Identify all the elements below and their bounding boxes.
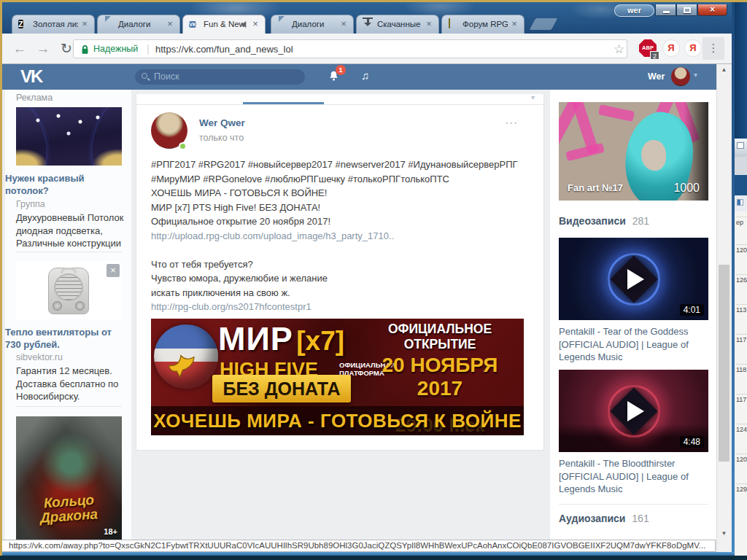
tab-label: Диалоги xyxy=(292,20,337,28)
video-thumbnail-2[interactable]: 4:48 xyxy=(559,370,708,452)
post-text-line: ХОЧЕШЬ МИРА - ГОТОВЬСЯ К ВОЙНЕ! xyxy=(151,186,529,201)
kebab-menu-icon: ⋮ xyxy=(708,42,719,54)
profile-chip-button[interactable]: wer xyxy=(614,4,654,17)
ad-ceiling-image[interactable] xyxy=(16,107,122,166)
active-tab-indicator xyxy=(243,102,324,104)
maximize-button[interactable] xyxy=(676,4,697,16)
videos-section-header[interactable]: Видеозаписи 281 xyxy=(559,215,649,227)
post-text-line: МИР [x7] PTS High Five! БЕЗ ДОНАТА! xyxy=(151,201,529,215)
browser-toolbar: ← → ↻ Надежный | https://vk.com/fun_and_… xyxy=(2,34,732,64)
audios-label[interactable]: Аудиозаписи xyxy=(559,513,625,524)
post-timestamp[interactable]: только что xyxy=(199,133,244,143)
search-box[interactable] xyxy=(135,69,305,85)
tab-close-icon[interactable]: × xyxy=(424,19,434,29)
vk-topbar: VK 1 ♫ Wer ▾ xyxy=(2,64,716,90)
fanart-image[interactable]: Fan art №17 1000 xyxy=(559,102,708,201)
post-text-line: Чувство юмора, дружелюбие и желание xyxy=(151,271,529,286)
video-duration: 4:48 xyxy=(680,436,704,448)
vk-logo[interactable]: VK xyxy=(20,66,42,87)
ad-title-link[interactable]: Тепло вентиляторы от 730 рублей. xyxy=(5,326,116,351)
ad-heater-image[interactable]: × xyxy=(16,261,122,319)
ads-sidebar: Реклама Нужен красивый потолок? Группа Д… xyxy=(5,90,131,540)
age-badge: 18+ xyxy=(104,527,117,536)
ad-game-image[interactable]: Кольцо Дракона 18+ xyxy=(16,416,122,540)
window-border-right xyxy=(732,2,735,552)
ad-meta: Группа xyxy=(16,199,45,209)
post-author-link[interactable]: Wer Qwer xyxy=(199,117,245,128)
play-icon xyxy=(627,269,644,289)
forward-icon[interactable]: → xyxy=(33,39,53,59)
yandex-extension-button-1[interactable]: Я xyxy=(662,39,681,58)
wall-tabs-strip[interactable]: ▾ xyxy=(136,94,544,105)
audios-count: 161 xyxy=(632,513,649,524)
close-window-button[interactable]: × xyxy=(697,4,727,16)
post-link[interactable]: http://rpg-club.org/ns2017hfcontestpr1 xyxy=(151,300,529,314)
tab-forum-rpg[interactable]: Форум RPG-C × xyxy=(441,15,525,34)
ads-section-label[interactable]: Реклама xyxy=(16,93,53,103)
tab-zolotaya[interactable]: Z Золотая лихо × xyxy=(12,15,95,34)
avatar[interactable] xyxy=(671,67,690,86)
notification-badge: 1 xyxy=(336,65,346,75)
adblock-extension-button[interactable]: ABP 2 xyxy=(638,39,657,58)
security-status-label[interactable]: Надежный xyxy=(93,44,138,54)
post-text-line: #МируМИР #RPGonelove #люблюРПГшечку #тол… xyxy=(151,172,529,187)
collapse-caret-icon[interactable]: ▾ xyxy=(531,93,535,101)
background-window-edge: ep 120 126 113 117 118 117 124 120 129 xyxy=(735,2,747,560)
background-row: 126 xyxy=(736,274,747,284)
video-title-link[interactable]: Pentakill - The Bloodthirster [OFFICIAL … xyxy=(559,457,706,496)
lock-icon xyxy=(81,44,89,58)
new-tab-button[interactable] xyxy=(530,18,558,30)
background-row: 120 xyxy=(736,244,747,254)
tab-downloads[interactable]: Скачанные ф × xyxy=(356,15,439,34)
background-window-toolbar-icon xyxy=(737,199,743,206)
tab-dialogi-1[interactable]: Диалоги × xyxy=(97,15,180,34)
scrollbar-thumb[interactable] xyxy=(719,265,729,462)
fanart-caption: Fan art №17 xyxy=(568,182,623,193)
post-link[interactable]: http://upload.rpg-club.com/upload_image/… xyxy=(151,229,529,244)
minimize-button[interactable] xyxy=(655,4,676,16)
header-user-name[interactable]: Wer xyxy=(648,71,665,82)
tab-close-icon[interactable]: × xyxy=(165,19,175,29)
adblock-badge: 2 xyxy=(650,51,659,60)
url-text[interactable]: https://vk.com/fun_and_news_lol xyxy=(155,44,293,55)
right-sidebar: Fan art №17 1000 Видеозаписи 281 4:01 Pe… xyxy=(550,90,716,540)
post-banner-image[interactable]: МИР [x7] HIGH FIVE ОФИЦИАЛЬНАЯ ПЛАТФОРМА… xyxy=(151,319,524,435)
tab-label: Диалоги xyxy=(118,20,163,28)
tab-close-icon[interactable]: × xyxy=(250,19,260,29)
post-text-line: #РПГ2017 #RPG2017 #новыйсервер2017 #news… xyxy=(151,158,529,172)
window-titlebar[interactable]: wer × Z Золотая лихо × Диалоги × VK Fun … xyxy=(2,2,732,34)
video-thumbnail-1[interactable]: 4:01 xyxy=(559,238,708,320)
video-title-link[interactable]: Pentakill - Tear of the Goddess [OFFICIA… xyxy=(559,325,706,364)
videos-label[interactable]: Видеозаписи xyxy=(559,215,626,227)
tab-label: Форум RPG-C xyxy=(462,20,508,28)
scroll-up-icon[interactable]: ▲ xyxy=(717,64,731,76)
chevron-down-icon[interactable]: ▾ xyxy=(694,71,697,79)
page-scrollbar[interactable]: ▲ ▼ xyxy=(716,64,730,552)
background-row: 113 xyxy=(736,304,747,314)
tab-close-icon[interactable]: × xyxy=(80,19,90,29)
background-row: 118 xyxy=(736,364,747,373)
search-icon xyxy=(142,73,147,79)
ad-title-link[interactable]: Нужен красивый потолок? xyxy=(5,172,116,197)
yandex-extension-button-2[interactable]: Я xyxy=(684,39,703,58)
browser-menu-button[interactable]: ⋮ xyxy=(703,37,724,60)
maximize-icon xyxy=(684,7,691,13)
ad-close-button[interactable]: × xyxy=(107,264,120,277)
tab-close-icon[interactable]: × xyxy=(509,19,519,29)
post-menu-icon[interactable]: ⋯ xyxy=(505,115,518,131)
scroll-down-icon[interactable]: ▼ xyxy=(717,528,731,540)
background-window-maximize-icon xyxy=(737,142,744,149)
back-icon[interactable]: ← xyxy=(9,39,30,59)
ad-meta: sibvektor.ru xyxy=(16,352,63,362)
music-icon[interactable]: ♫ xyxy=(361,69,369,82)
page-viewport: VK 1 ♫ Wer ▾ Реклама Нужен красивый пото… xyxy=(2,64,732,552)
tab-close-icon[interactable]: × xyxy=(338,19,349,29)
background-row: 117 xyxy=(736,394,747,403)
audios-section-header[interactable]: Аудиозаписи 161 xyxy=(559,513,649,524)
tab-dialogi-2[interactable]: Диалоги × xyxy=(271,15,354,34)
address-bar[interactable]: Надежный | https://vk.com/fun_and_news_l… xyxy=(73,39,627,58)
tab-fun-and-news[interactable]: VK Fun & News × xyxy=(182,15,266,34)
search-input[interactable] xyxy=(154,70,293,83)
bookmark-star-icon[interactable]: ☆ xyxy=(614,42,624,57)
post-card: Wer Qwer только что ⋯ #РПГ2017 #RPG2017 … xyxy=(136,105,544,451)
